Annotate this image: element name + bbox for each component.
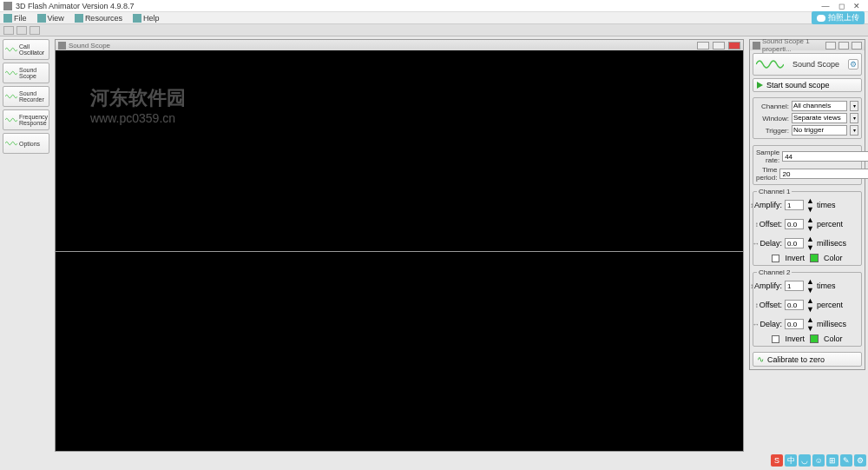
sidebar-sound-recorder[interactable]: Sound Recorder (3, 86, 49, 107)
panel-minimize[interactable] (825, 42, 836, 50)
cloud-icon (817, 15, 825, 22)
sidebar-sound-scope[interactable]: Sound Scope (3, 63, 49, 83)
channel-select[interactable]: All channels (792, 101, 847, 111)
resources-icon (75, 14, 83, 23)
spinner[interactable]: ▲▼ (806, 235, 814, 252)
tray-icon[interactable]: ◡ (799, 454, 811, 467)
spinner[interactable]: ▲▼ (806, 315, 814, 333)
sidebar-label: Options (19, 141, 40, 147)
properties-pane: Sound Scope 1 properti... Sound Scope ⚙ … (746, 36, 868, 454)
window-label: Window: (756, 115, 789, 122)
toolbar-button[interactable] (3, 26, 14, 35)
tray-icons: S 中 ◡ ☺ ⊞ ✎ ⚙ (771, 453, 866, 468)
tray-icon[interactable]: S (771, 454, 783, 467)
toolbar-button[interactable] (16, 26, 27, 35)
app-icon (3, 2, 12, 10)
trigger-label: Trigger: (756, 127, 789, 135)
ch1-offset-input[interactable] (785, 219, 804, 229)
trigger-select[interactable]: No trigger (792, 125, 847, 136)
sidebar: Call Oscillator Sound Scope Sound Record… (0, 36, 52, 454)
sidebar-options[interactable]: Options (3, 133, 49, 154)
doc-close[interactable] (728, 42, 740, 50)
menu-help[interactable]: Help (133, 14, 160, 23)
sidebar-freq-response[interactable]: Frequency Response (3, 109, 49, 130)
ch1-amplify-input[interactable] (785, 200, 804, 210)
wave-icon (5, 43, 17, 56)
vertical-arrow-icon: ↕ (750, 282, 753, 290)
menu-resources[interactable]: Resources (75, 14, 122, 23)
channel1-title: Channel 1 (757, 188, 792, 195)
menu-bar: File View Resources Help 拍照上传 (0, 12, 868, 24)
ch2-offset-input[interactable] (785, 300, 804, 310)
ch1-invert-checkbox[interactable] (772, 255, 779, 262)
spinner[interactable]: ▲▼ (806, 296, 814, 314)
tray-icon[interactable]: ⚙ (854, 454, 866, 467)
samplerate-input[interactable] (782, 151, 868, 162)
doc-minimize[interactable] (697, 42, 709, 50)
spinner[interactable]: ▲▼ (806, 277, 814, 295)
calibrate-label: Calibrate to zero (767, 355, 825, 364)
panel-close[interactable] (852, 42, 862, 50)
panel-maximize[interactable] (838, 42, 849, 50)
play-icon (757, 82, 763, 89)
sidebar-label: Sound Scope (19, 67, 47, 79)
horizontal-arrow-icon: ↔ (752, 240, 759, 248)
ch2-invert-checkbox[interactable] (772, 335, 779, 343)
upload-button[interactable]: 拍照上传 (812, 11, 865, 24)
panel-header-text: Sound Scope (787, 60, 845, 69)
ch1-color-swatch[interactable] (810, 254, 819, 262)
vertical-arrow-icon: ↕ (750, 202, 753, 209)
menu-file[interactable]: File (3, 14, 27, 23)
scope-canvas[interactable]: 河东软件园 www.pc0359.cn (56, 50, 743, 451)
start-scope-button[interactable]: Start sound scope (753, 78, 862, 92)
vertical-arrow-icon: ↕ (755, 221, 759, 228)
tray-icon[interactable]: 中 (785, 454, 797, 467)
toolbar-button[interactable] (30, 26, 40, 35)
menu-view[interactable]: View (37, 14, 64, 23)
dropdown-icon[interactable]: ▾ (850, 113, 858, 123)
settings-icon[interactable]: ⚙ (848, 59, 858, 70)
close-button[interactable]: ✕ (849, 2, 865, 10)
main-area: Call Oscillator Sound Scope Sound Record… (0, 36, 868, 454)
channel-label: Channel: (756, 103, 789, 110)
start-label: Start sound scope (766, 81, 830, 89)
help-icon (133, 14, 141, 23)
channel2-title: Channel 2 (757, 268, 792, 276)
timeperiod-input[interactable] (779, 169, 868, 179)
doc-maximize[interactable] (713, 42, 725, 50)
ch1-delay-input[interactable] (785, 238, 804, 248)
wave-icon (5, 114, 17, 126)
calibrate-button[interactable]: ∿ Calibrate to zero (753, 352, 862, 367)
app-title: 3D Flash Animator Version 4.9.8.7 (16, 2, 818, 10)
ch2-delay-input[interactable] (785, 319, 804, 329)
horizontal-arrow-icon: ↔ (752, 321, 759, 328)
sidebar-oscillator[interactable]: Call Oscillator (3, 39, 49, 60)
tray-icon[interactable]: ☺ (812, 454, 825, 467)
timeperiod-label: Time period: (756, 166, 777, 182)
samplerate-label: Sample rate: (756, 149, 779, 164)
watermark: 河东软件园 www.pc0359.cn (90, 85, 186, 125)
wave-icon (5, 67, 17, 79)
maximize-button[interactable]: ◻ (833, 2, 849, 10)
dropdown-icon[interactable]: ▾ (850, 125, 858, 136)
document-icon (58, 42, 66, 50)
spinner[interactable]: ▲▼ (806, 196, 814, 214)
window-select[interactable]: Separate views (792, 113, 847, 123)
dropdown-icon[interactable]: ▾ (850, 101, 858, 111)
panel-icon (753, 42, 760, 50)
ch2-color-swatch[interactable] (810, 334, 819, 343)
vertical-arrow-icon: ↕ (755, 301, 759, 309)
minimize-button[interactable]: — (818, 2, 833, 10)
ch2-amplify-input[interactable] (785, 281, 804, 291)
spinner[interactable]: ▲▼ (806, 215, 814, 233)
panel-body: Sound Scope ⚙ Start sound scope Channel:… (750, 50, 865, 369)
tray-icon[interactable]: ✎ (840, 454, 852, 467)
view-icon (37, 14, 46, 23)
channel2-group: Channel 2 ↕Amplify:▲▼times ↕Offset:▲▼per… (753, 272, 862, 347)
calibrate-icon: ∿ (757, 354, 764, 364)
tray-icon[interactable]: ⊞ (826, 454, 838, 467)
document-titlebar: Sound Scope (56, 40, 743, 50)
wave-icon (5, 137, 17, 149)
channel1-group: Channel 1 ↕Amplify:▲▼times ↕Offset:▲▼per… (753, 191, 862, 266)
sound-scope-window: Sound Scope 河东软件园 www.pc0359.cn (55, 39, 744, 452)
